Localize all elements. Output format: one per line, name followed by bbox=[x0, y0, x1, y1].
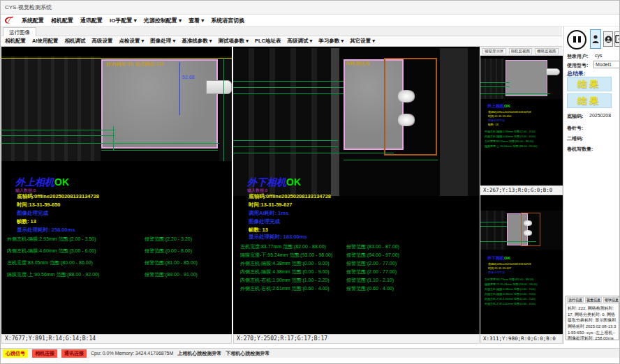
machinery-left-area bbox=[233, 48, 331, 196]
tool-other-settings[interactable]: 其它设置 ▾ bbox=[350, 38, 375, 45]
thumb-tab-grid-monitor[interactable]: 栅格监视图 bbox=[535, 48, 559, 54]
tool-camera-debug[interactable]: 相机调试 bbox=[65, 38, 86, 45]
camera-status-ok: OK bbox=[54, 176, 69, 188]
thumb-measure: 内侧左机-隔膜:4.60mm 范围:(3.00 - 6.00) bbox=[485, 135, 536, 138]
model-value-box[interactable]: Model1 bbox=[593, 61, 620, 68]
tab-run-image[interactable]: 运行图像 bbox=[3, 27, 36, 36]
measurement-value: 内侧左机-隔膜:4.60mm 范围:(3.00 - 6.00) bbox=[7, 248, 96, 255]
menu-light-config[interactable]: 光源控制配置 ▾ bbox=[144, 17, 182, 24]
barcode-text: 底轴码:0ffline20250208133134728 bbox=[17, 193, 99, 200]
log-tab-vision-info[interactable]: 视觉信息 bbox=[585, 297, 602, 303]
menu-system-config[interactable]: 系统配置 bbox=[22, 17, 44, 24]
green-measure-line bbox=[344, 160, 438, 160]
thumb-coord-bar-1: X:267;Y:13;R:0;G:0;B:0 bbox=[480, 185, 563, 195]
menu-bar: 系统配置 相机配置 通讯配置 IO手配置 ▾ 光源控制配置 ▾ 查看 ▾ 系统语… bbox=[1, 15, 620, 26]
processing-done-text: 图像处理完成 bbox=[249, 218, 280, 225]
tool-ai-config[interactable]: AI使用配置 bbox=[32, 38, 59, 45]
measurement-value: 外侧左机-右机:2.61mm 范围:(0.60 - 4.00) bbox=[240, 285, 330, 292]
thumbnail-upper-camera[interactable]: 外上相机OK 底轴码:0ffline20250208133134728 时间:1… bbox=[480, 56, 563, 185]
pixel-coord-bar-left: X:7677;Y:891;R:14;G:14;B:14 bbox=[1, 334, 232, 344]
result-box-1: 结果 bbox=[567, 77, 612, 91]
inspected-part-roi bbox=[101, 59, 218, 149]
thumb-measure: 左机宽度:83.05mm 范围:(80.00 - 86.00) bbox=[485, 139, 533, 143]
menu-language-switch[interactable]: 系统语言切换 bbox=[211, 17, 244, 24]
tool-learning-params[interactable]: 学习参数 ▾ bbox=[318, 38, 344, 45]
log-tab-error-info[interactable]: 错误信息 bbox=[603, 297, 620, 303]
measurement-value: 内侧左机-隔膜:4.38mm 范围:(0.00 - 9.00) bbox=[240, 268, 330, 275]
menu-view[interactable]: 查看 ▾ bbox=[189, 17, 204, 24]
measurement-alarm: 报警范围:(0.00 - 8.00) bbox=[145, 248, 192, 255]
user-button[interactable] bbox=[603, 31, 613, 47]
bright-vertical-band bbox=[331, 48, 339, 196]
menu-camera-config[interactable]: 相机配置 bbox=[51, 17, 73, 24]
thumb-tab-camera-monitor[interactable]: 相机监视图 bbox=[509, 48, 533, 54]
thumb-green-line bbox=[480, 226, 507, 227]
log-tab-run-info[interactable]: 运行信息 bbox=[567, 297, 584, 303]
barcode-text: 底轴码:0ffline20250208133134728 bbox=[249, 193, 331, 200]
thumb-blob bbox=[524, 220, 532, 226]
thumb-time: 时间:13-31-59-650 bbox=[488, 114, 511, 118]
thumbnail-lower-camera[interactable]: 外下相机OK 底轴码:0ffline20250208133134728 时间:1… bbox=[480, 195, 563, 334]
measurement-row: 内侧左机-隔膜:4.38mm 范围:(0.00 - 9.00) 报警范围:(2.… bbox=[233, 268, 480, 275]
tool-test-params[interactable]: 测试项参数 ▾ bbox=[219, 38, 249, 45]
measurement-row: 隔膜宽度-下:95.24mm 范围:(93.00 - 98.00) 报警范围:(… bbox=[233, 252, 480, 259]
thumb-scene bbox=[480, 211, 563, 250]
camera-view-lower[interactable]: AI检测区域 外下相机OK 输入数据:0 底轴码:0ffline20250208… bbox=[233, 47, 480, 334]
cpu-memory-text: Cpu: 0.0% Memory: 3424.41796875M bbox=[91, 351, 173, 356]
heartbeat-signal-badge: 心跳信号 bbox=[3, 349, 28, 358]
measurement-row: 内侧左机-右机:1.90mm 范围:(1.00 - 2.20) 报警范围:(1.… bbox=[233, 277, 480, 284]
menu-comm-config[interactable]: 通讯配置 bbox=[80, 17, 103, 24]
thumb-measure: 隔膜宽度-下:95.24mm 范围:(93.00 - 98.00) bbox=[485, 282, 538, 286]
measurement-alarm: 报警范围:(1.10 - 2.10) bbox=[346, 277, 394, 284]
pixel-coord-bar-middle: X:270;Y:2502;R:17;G:17;B:17 bbox=[233, 334, 480, 344]
user-mode-button-active[interactable] bbox=[590, 29, 601, 49]
pause-icon bbox=[578, 36, 581, 43]
user-circle-icon bbox=[605, 36, 612, 43]
app-logo-icon bbox=[3, 15, 15, 25]
thumb-green-line bbox=[480, 222, 507, 222]
elapsed-text: 显示处理耗时: 258.00ms bbox=[17, 227, 75, 234]
exit-button[interactable] bbox=[614, 31, 620, 47]
yellow-reference-line bbox=[1, 58, 232, 59]
menu-io-config[interactable]: IO手配置 ▾ bbox=[110, 17, 137, 24]
measurement-alarm: 报警范围:(81.00 - 85.00) bbox=[145, 259, 198, 266]
measurement-value: 外侧左机-隔膜:2.93mm 范围:(2.00 - 3.50) bbox=[7, 236, 96, 243]
green-measure-line bbox=[233, 81, 347, 82]
machinery-right-band bbox=[440, 48, 468, 196]
tool-spot-check[interactable]: 点检设置 ▾ bbox=[119, 38, 145, 45]
tool-advanced-debug[interactable]: 高级调试 ▾ bbox=[287, 38, 312, 45]
camera-view-upper[interactable]: 好的阈值:93, 动态阈值:100 52.68 外上相机OK 输入数据:0 底轴… bbox=[1, 47, 232, 334]
camera-status-ok: OK bbox=[286, 176, 301, 188]
camera-name-text: 外下相机 bbox=[247, 176, 286, 188]
thumbnail-tab-strip: 辅助显示区 相机监视图 栅格监视图 bbox=[480, 47, 563, 56]
window-titlebar: CYS-视觉检测系统 bbox=[1, 1, 620, 15]
machinery-right-area bbox=[219, 56, 232, 161]
machinery-left-area bbox=[1, 56, 101, 161]
measurement-row: 内侧左机-隔膜:4.60mm 范围:(3.00 - 6.00) 报警范围:(0.… bbox=[1, 248, 232, 255]
thumb-part-roi bbox=[505, 60, 547, 96]
thumb-coord-bar-2: X:311;Y:980;R:0;G:0;B:0 bbox=[480, 334, 563, 344]
tool-plc-table[interactable]: PLC地址表 bbox=[255, 38, 281, 45]
lower-camera-alert: 下相机心跳检测异常 bbox=[226, 350, 270, 357]
tool-image-processing[interactable]: 图像处理 ▾ bbox=[150, 38, 175, 45]
tool-advanced-settings[interactable]: 高级设置 bbox=[92, 38, 113, 45]
measurement-alarm: 报警范围:(2.20 - 3.20) bbox=[145, 236, 192, 243]
thumb-measure: 内侧左机-右机:1.90mm 范围:(1.00 - 2.20) bbox=[485, 297, 536, 301]
thumb-green-line bbox=[480, 82, 510, 83]
measurement-alarm: 报警范围:(83.00 - 87.00) bbox=[346, 243, 399, 250]
log-text[interactable]: 耗时: 222, 网络检测耗时: 17, 网络分类耗时: 0, 网络提取分类耗时… bbox=[566, 304, 619, 343]
processing-done-text: 图像处理完成 bbox=[17, 210, 48, 217]
thumb-barcode: 底轴码:0ffline20250208133134728 bbox=[488, 110, 531, 114]
measurement-alarm: 报警范围:(2.00 - 77.00) bbox=[346, 260, 397, 267]
tool-camera-config[interactable]: 相机配置 bbox=[5, 38, 26, 45]
thumb-camera-name: 外上相机 bbox=[487, 104, 504, 108]
ai-elapsed-text: 调用AI耗时: 1ms bbox=[249, 210, 288, 217]
pause-button[interactable] bbox=[567, 30, 586, 50]
thumb-tab-aux-display[interactable]: 辅助显示区 bbox=[482, 48, 506, 54]
log-tab-strip: 运行信息 视觉信息 错误信息 bbox=[566, 296, 619, 304]
frame-count-text: 帧数: 13 bbox=[249, 227, 268, 234]
thumb-connector bbox=[546, 68, 560, 75]
measurement-alarm: 报警范围:(2.00 - 77.00) bbox=[346, 268, 397, 275]
thumb-measure: 外侧左机-右机:2.61mm 范围:(0.60 - 4.00) bbox=[485, 302, 536, 305]
tool-baseline-params[interactable]: 基准线参数 ▾ bbox=[182, 38, 212, 45]
